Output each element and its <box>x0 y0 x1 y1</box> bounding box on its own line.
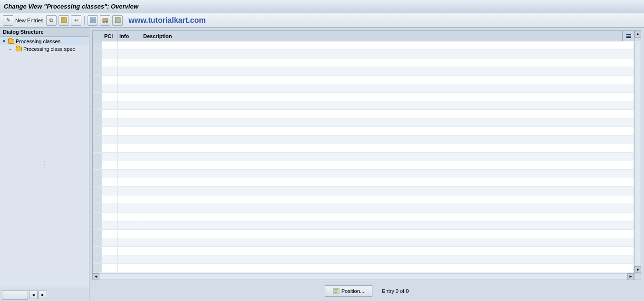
row-info-cell <box>117 187 141 195</box>
row-pcl-cell <box>102 84 117 92</box>
row-desc-cell <box>141 136 634 144</box>
scrollbar-bottom: ◄ ► <box>93 273 634 280</box>
table-row[interactable] <box>93 238 641 247</box>
row-desc-cell <box>141 101 634 109</box>
table-row[interactable] <box>93 195 641 204</box>
table-row[interactable] <box>93 170 641 178</box>
row-num-cell <box>93 118 102 126</box>
row-num-cell <box>93 144 102 152</box>
row-num-cell <box>93 230 102 238</box>
other-btn[interactable] <box>112 15 123 26</box>
folder-icon-processing-classes <box>8 39 14 44</box>
table-row[interactable] <box>93 67 641 76</box>
table-row[interactable] <box>93 101 641 110</box>
table-row[interactable] <box>93 264 641 272</box>
row-desc-cell <box>141 178 634 186</box>
table-row[interactable] <box>93 255 641 264</box>
row-num-cell <box>93 204 102 212</box>
table-body: ▼ <box>93 41 641 273</box>
table-row[interactable] <box>93 230 641 238</box>
scroll-down-btn[interactable]: ▼ <box>634 266 641 273</box>
row-desc-cell <box>141 118 634 126</box>
row-pcl-cell <box>102 93 117 101</box>
row-info-cell <box>117 144 141 152</box>
table-row[interactable] <box>93 178 641 187</box>
scroll-up-btn[interactable]: ▲ <box>634 31 641 38</box>
table-row[interactable] <box>93 247 641 255</box>
scroll-right-table-btn[interactable]: ► <box>627 273 634 280</box>
transport-btn[interactable] <box>100 15 110 26</box>
table-row[interactable] <box>93 144 641 153</box>
sidebar-nav-left-btn[interactable]: ◄ <box>29 291 38 299</box>
check-btn[interactable] <box>88 15 98 26</box>
sidebar-item-processing-class-spec[interactable]: • Processing class spec <box>0 45 89 53</box>
sidebar-nav-dots-btn[interactable]: ... <box>2 290 28 300</box>
table-row[interactable] <box>93 221 641 230</box>
title-text: Change View "Processing classes": Overvi… <box>4 3 138 10</box>
table-row[interactable] <box>93 153 641 161</box>
svg-point-6 <box>103 21 105 23</box>
table-row[interactable] <box>93 50 641 58</box>
row-desc-cell <box>141 264 634 272</box>
row-num-cell <box>93 110 102 118</box>
copy-btn[interactable]: ⧉ <box>46 15 57 26</box>
sidebar-nav-right-btn[interactable]: ► <box>39 291 47 299</box>
row-num-cell <box>93 238 102 246</box>
table-row[interactable] <box>93 161 641 170</box>
table-row[interactable] <box>93 204 641 213</box>
table-row[interactable] <box>93 84 641 93</box>
row-info-cell <box>117 221 141 229</box>
title-bar: Change View "Processing classes": Overvi… <box>0 0 644 13</box>
sidebar-item-processing-classes[interactable]: ▼ Processing classes <box>0 38 89 45</box>
row-num-cell <box>93 195 102 204</box>
row-info-cell <box>117 58 141 67</box>
row-info-cell <box>117 153 141 161</box>
table-row[interactable] <box>93 41 641 50</box>
resize-handle[interactable]: · · · <box>42 160 47 168</box>
row-info-cell <box>117 136 141 144</box>
table-row[interactable] <box>93 93 641 101</box>
row-pcl-cell <box>102 195 117 204</box>
row-pcl-cell <box>102 204 117 212</box>
row-info-cell <box>117 41 141 49</box>
row-pcl-cell <box>102 213 117 221</box>
table-row[interactable] <box>93 76 641 84</box>
row-num-cell <box>93 170 102 178</box>
table-row[interactable] <box>93 187 641 195</box>
table-row[interactable] <box>93 213 641 221</box>
row-desc-cell <box>141 238 634 246</box>
sidebar-label-spec: Processing class spec <box>23 46 75 52</box>
position-button[interactable]: Position... <box>325 285 372 297</box>
col-header-info: Info <box>117 31 141 41</box>
row-num-cell <box>93 84 102 92</box>
row-pcl-cell <box>102 238 117 246</box>
row-pcl-cell <box>102 144 117 152</box>
row-info-cell <box>117 76 141 84</box>
row-num-cell <box>93 153 102 161</box>
save-btn[interactable] <box>59 15 69 26</box>
row-pcl-cell <box>102 221 117 229</box>
table-row[interactable] <box>93 58 641 67</box>
new-entries-icon-btn[interactable]: ✎ <box>3 15 13 26</box>
scroll-left-btn[interactable]: ◄ <box>93 273 99 280</box>
col-header-desc: Description <box>141 31 623 41</box>
row-num-cell <box>93 161 102 169</box>
row-pcl-cell <box>102 170 117 178</box>
table-config-btn[interactable] <box>623 31 634 41</box>
row-pcl-cell <box>102 255 117 263</box>
row-num-cell <box>93 50 102 58</box>
row-desc-cell <box>141 127 634 135</box>
table-row[interactable] <box>93 127 641 136</box>
row-pcl-cell <box>102 41 117 49</box>
row-num-cell <box>93 187 102 195</box>
row-desc-cell <box>141 187 634 195</box>
row-pcl-cell <box>102 153 117 161</box>
table-row[interactable] <box>93 110 641 118</box>
row-desc-cell <box>141 41 634 49</box>
table-row[interactable] <box>93 118 641 127</box>
main-layout: Dialog Structure ▼ Processing classes • … <box>0 28 644 301</box>
table-row[interactable] <box>93 136 641 144</box>
row-num-cell <box>93 136 102 144</box>
row-info-cell <box>117 247 141 255</box>
undo-btn[interactable]: ↩ <box>71 15 81 26</box>
